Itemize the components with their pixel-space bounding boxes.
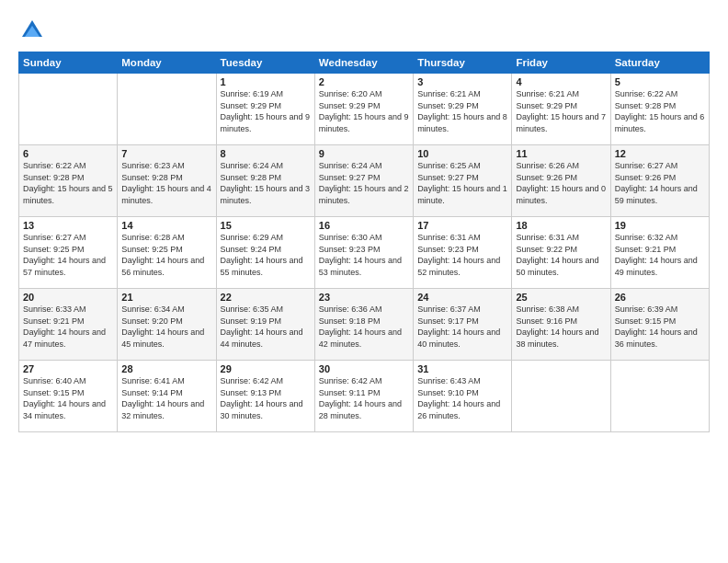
day-info: Sunrise: 6:34 AM Sunset: 9:20 PM Dayligh… (121, 304, 211, 350)
calendar-cell: 16Sunrise: 6:30 AM Sunset: 9:23 PM Dayli… (314, 217, 413, 289)
day-info: Sunrise: 6:41 AM Sunset: 9:14 PM Dayligh… (121, 375, 211, 421)
day-info: Sunrise: 6:42 AM Sunset: 9:13 PM Dayligh… (221, 375, 311, 421)
calendar-cell: 2Sunrise: 6:20 AM Sunset: 9:29 PM Daylig… (314, 74, 413, 145)
calendar-header-friday: Friday (512, 52, 610, 74)
calendar-cell: 7Sunrise: 6:23 AM Sunset: 9:28 PM Daylig… (118, 145, 216, 217)
day-info: Sunrise: 6:21 AM Sunset: 9:29 PM Dayligh… (516, 88, 606, 134)
calendar-cell: 9Sunrise: 6:24 AM Sunset: 9:27 PM Daylig… (314, 145, 413, 217)
day-info: Sunrise: 6:25 AM Sunset: 9:27 PM Dayligh… (417, 160, 507, 206)
day-number: 11 (516, 148, 606, 159)
day-number: 8 (221, 148, 311, 159)
day-info: Sunrise: 6:38 AM Sunset: 9:16 PM Dayligh… (516, 304, 606, 350)
calendar-cell: 21Sunrise: 6:34 AM Sunset: 9:20 PM Dayli… (118, 289, 216, 361)
calendar-cell: 15Sunrise: 6:29 AM Sunset: 9:24 PM Dayli… (216, 217, 314, 289)
day-number: 21 (121, 292, 211, 303)
day-info: Sunrise: 6:19 AM Sunset: 9:29 PM Dayligh… (221, 88, 311, 134)
day-info: Sunrise: 6:24 AM Sunset: 9:27 PM Dayligh… (319, 160, 409, 206)
calendar-cell: 1Sunrise: 6:19 AM Sunset: 9:29 PM Daylig… (216, 74, 314, 145)
calendar-cell: 5Sunrise: 6:22 AM Sunset: 9:28 PM Daylig… (610, 74, 709, 145)
calendar-cell: 26Sunrise: 6:39 AM Sunset: 9:15 PM Dayli… (610, 289, 709, 361)
day-number: 30 (319, 363, 409, 374)
day-info: Sunrise: 6:39 AM Sunset: 9:15 PM Dayligh… (615, 304, 705, 350)
calendar-cell: 28Sunrise: 6:41 AM Sunset: 9:14 PM Dayli… (118, 361, 216, 432)
day-number: 13 (23, 220, 113, 231)
calendar-header-tuesday: Tuesday (216, 52, 314, 74)
day-info: Sunrise: 6:22 AM Sunset: 9:28 PM Dayligh… (23, 160, 113, 206)
day-number: 31 (417, 363, 507, 374)
calendar-cell (610, 361, 709, 432)
calendar-cell: 12Sunrise: 6:27 AM Sunset: 9:26 PM Dayli… (610, 145, 709, 217)
day-info: Sunrise: 6:43 AM Sunset: 9:10 PM Dayligh… (417, 375, 507, 421)
calendar-week-3: 20Sunrise: 6:33 AM Sunset: 9:21 PM Dayli… (19, 289, 710, 361)
day-info: Sunrise: 6:32 AM Sunset: 9:21 PM Dayligh… (615, 232, 705, 278)
day-number: 26 (615, 292, 705, 303)
day-number: 17 (417, 220, 507, 231)
day-number: 22 (221, 292, 311, 303)
day-number: 27 (23, 363, 113, 374)
day-info: Sunrise: 6:42 AM Sunset: 9:11 PM Dayligh… (319, 375, 409, 421)
calendar-cell: 14Sunrise: 6:28 AM Sunset: 9:25 PM Dayli… (118, 217, 216, 289)
day-number: 5 (615, 76, 705, 87)
calendar-week-2: 13Sunrise: 6:27 AM Sunset: 9:25 PM Dayli… (19, 217, 710, 289)
calendar-cell: 25Sunrise: 6:38 AM Sunset: 9:16 PM Dayli… (512, 289, 610, 361)
day-info: Sunrise: 6:33 AM Sunset: 9:21 PM Dayligh… (23, 304, 113, 350)
day-info: Sunrise: 6:35 AM Sunset: 9:19 PM Dayligh… (221, 304, 311, 350)
day-number: 23 (319, 292, 409, 303)
day-info: Sunrise: 6:31 AM Sunset: 9:23 PM Dayligh… (417, 232, 507, 278)
calendar-header-thursday: Thursday (414, 52, 512, 74)
calendar-week-4: 27Sunrise: 6:40 AM Sunset: 9:15 PM Dayli… (19, 361, 710, 432)
calendar-header-monday: Monday (118, 52, 216, 74)
logo-icon (18, 17, 46, 44)
calendar-cell (512, 361, 610, 432)
day-info: Sunrise: 6:26 AM Sunset: 9:26 PM Dayligh… (516, 160, 606, 206)
day-info: Sunrise: 6:36 AM Sunset: 9:18 PM Dayligh… (319, 304, 409, 350)
calendar-table: SundayMondayTuesdayWednesdayThursdayFrid… (18, 52, 710, 432)
day-info: Sunrise: 6:23 AM Sunset: 9:28 PM Dayligh… (121, 160, 211, 206)
day-info: Sunrise: 6:30 AM Sunset: 9:23 PM Dayligh… (319, 232, 409, 278)
calendar-cell: 11Sunrise: 6:26 AM Sunset: 9:26 PM Dayli… (512, 145, 610, 217)
day-number: 18 (516, 220, 606, 231)
day-info: Sunrise: 6:28 AM Sunset: 9:25 PM Dayligh… (121, 232, 211, 278)
day-number: 2 (319, 76, 409, 87)
day-info: Sunrise: 6:21 AM Sunset: 9:29 PM Dayligh… (417, 88, 507, 134)
day-number: 20 (23, 292, 113, 303)
calendar-cell: 6Sunrise: 6:22 AM Sunset: 9:28 PM Daylig… (19, 145, 118, 217)
calendar-cell: 31Sunrise: 6:43 AM Sunset: 9:10 PM Dayli… (414, 361, 512, 432)
header (18, 17, 710, 44)
day-number: 28 (121, 363, 211, 374)
calendar-cell: 20Sunrise: 6:33 AM Sunset: 9:21 PM Dayli… (19, 289, 118, 361)
calendar-header-saturday: Saturday (610, 52, 709, 74)
calendar-week-1: 6Sunrise: 6:22 AM Sunset: 9:28 PM Daylig… (19, 145, 710, 217)
day-number: 9 (319, 148, 409, 159)
day-number: 4 (516, 76, 606, 87)
day-number: 19 (615, 220, 705, 231)
calendar-cell: 8Sunrise: 6:24 AM Sunset: 9:28 PM Daylig… (216, 145, 314, 217)
day-number: 15 (221, 220, 311, 231)
day-number: 10 (417, 148, 507, 159)
calendar-cell: 19Sunrise: 6:32 AM Sunset: 9:21 PM Dayli… (610, 217, 709, 289)
day-number: 1 (221, 76, 311, 87)
day-number: 14 (121, 220, 211, 231)
calendar-cell: 27Sunrise: 6:40 AM Sunset: 9:15 PM Dayli… (19, 361, 118, 432)
calendar-header-wednesday: Wednesday (314, 52, 413, 74)
day-number: 7 (121, 148, 211, 159)
logo (18, 17, 50, 44)
day-info: Sunrise: 6:31 AM Sunset: 9:22 PM Dayligh… (516, 232, 606, 278)
calendar-header-sunday: Sunday (19, 52, 118, 74)
calendar-cell: 3Sunrise: 6:21 AM Sunset: 9:29 PM Daylig… (414, 74, 512, 145)
calendar-cell: 30Sunrise: 6:42 AM Sunset: 9:11 PM Dayli… (314, 361, 413, 432)
calendar-cell: 23Sunrise: 6:36 AM Sunset: 9:18 PM Dayli… (314, 289, 413, 361)
calendar-cell (118, 74, 216, 145)
calendar-week-0: 1Sunrise: 6:19 AM Sunset: 9:29 PM Daylig… (19, 74, 710, 145)
day-info: Sunrise: 6:40 AM Sunset: 9:15 PM Dayligh… (23, 375, 113, 421)
day-number: 12 (615, 148, 705, 159)
day-info: Sunrise: 6:24 AM Sunset: 9:28 PM Dayligh… (221, 160, 311, 206)
calendar-cell: 10Sunrise: 6:25 AM Sunset: 9:27 PM Dayli… (414, 145, 512, 217)
calendar-cell: 18Sunrise: 6:31 AM Sunset: 9:22 PM Dayli… (512, 217, 610, 289)
day-info: Sunrise: 6:27 AM Sunset: 9:25 PM Dayligh… (23, 232, 113, 278)
calendar-cell: 24Sunrise: 6:37 AM Sunset: 9:17 PM Dayli… (414, 289, 512, 361)
calendar-cell: 17Sunrise: 6:31 AM Sunset: 9:23 PM Dayli… (414, 217, 512, 289)
day-number: 24 (417, 292, 507, 303)
day-info: Sunrise: 6:37 AM Sunset: 9:17 PM Dayligh… (417, 304, 507, 350)
day-number: 6 (23, 148, 113, 159)
